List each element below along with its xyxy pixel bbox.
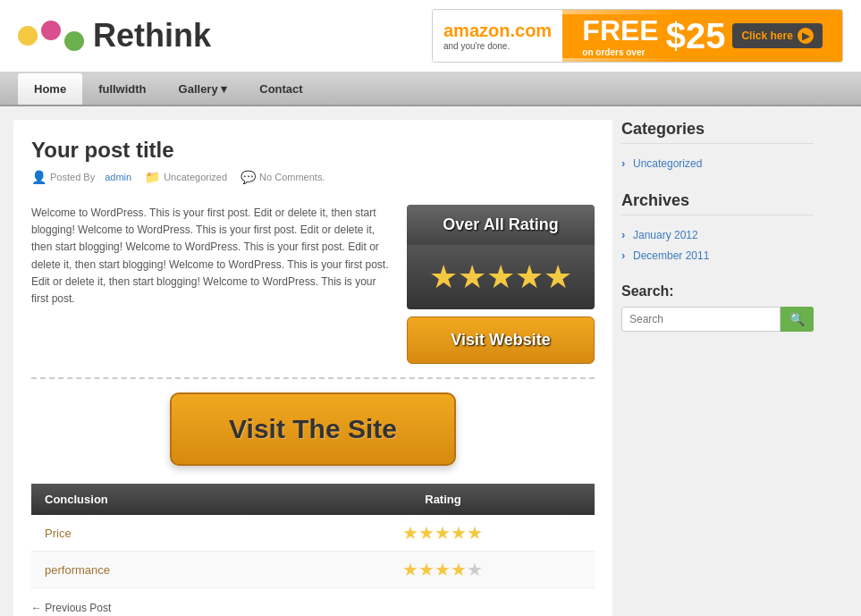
rating-col-header: Rating bbox=[291, 484, 595, 515]
circle-yellow-icon bbox=[18, 26, 38, 46]
amazon-orders-text: on orders over bbox=[582, 47, 658, 58]
dashed-separator bbox=[31, 377, 595, 379]
comments-label: No Comments. bbox=[259, 172, 325, 182]
nav-item-home[interactable]: Home bbox=[18, 73, 82, 105]
nav-link-gallery[interactable]: Gallery ▾ bbox=[163, 73, 244, 105]
nav: Home fullwidth Gallery ▾ Contact bbox=[0, 72, 861, 106]
meta-comments: 💬 No Comments. bbox=[241, 170, 325, 184]
conclusion-table: Conclusion Rating Price ★★★★★ performanc… bbox=[31, 484, 595, 588]
meta-category: 📁 Uncategorized bbox=[145, 170, 227, 184]
logo-text: Rethink bbox=[93, 17, 211, 55]
visit-site-button[interactable]: Visit The Site bbox=[170, 392, 456, 466]
rating-stars-area: ★★★★★ bbox=[407, 245, 595, 309]
archives-list: January 2012 December 2011 bbox=[621, 224, 814, 266]
performance-stars: ★★★★ bbox=[402, 560, 467, 579]
amazon-left: amazon.com and you're done. bbox=[433, 10, 562, 62]
content-area: Your post title 👤 Posted By admin 📁 Unca… bbox=[13, 120, 612, 616]
nav-link-contact[interactable]: Contact bbox=[243, 73, 318, 105]
category-label: Uncategorized bbox=[164, 172, 227, 182]
search-button[interactable]: 🔍 bbox=[781, 307, 814, 332]
list-item: December 2011 bbox=[621, 245, 814, 266]
table-row: performance ★★★★★ bbox=[31, 552, 595, 588]
list-item: Uncategorized bbox=[621, 153, 814, 173]
list-item: January 2012 bbox=[621, 224, 814, 245]
author-label: Posted By bbox=[50, 172, 95, 182]
conclusion-table-header-row: Conclusion Rating bbox=[31, 484, 595, 515]
performance-grey-star: ★ bbox=[467, 560, 483, 579]
category-link-uncategorized[interactable]: Uncategorized bbox=[633, 157, 702, 170]
prev-post: ← Previous Post bbox=[31, 602, 595, 614]
author-icon: 👤 bbox=[31, 170, 46, 184]
prev-post-link[interactable]: ← Previous Post bbox=[31, 602, 111, 614]
category-icon: 📁 bbox=[145, 170, 160, 184]
conclusion-stars-performance: ★★★★★ bbox=[291, 552, 595, 588]
amazon-arrow-icon: ▶ bbox=[798, 28, 814, 44]
sidebar-categories: Categories Uncategorized bbox=[621, 120, 814, 173]
sidebar-archives: Archives January 2012 December 2011 bbox=[621, 191, 814, 266]
main: Your post title 👤 Posted By admin 📁 Unca… bbox=[0, 106, 861, 616]
categories-list: Uncategorized bbox=[621, 153, 814, 173]
header: Rethink amazon.com and you're done. FREE… bbox=[0, 0, 861, 72]
logo-area: Rethink bbox=[18, 17, 211, 55]
circle-green-icon bbox=[64, 31, 84, 51]
logo-circles bbox=[18, 26, 84, 46]
price-stars: ★★★★★ bbox=[402, 523, 483, 543]
archive-link-jan2012[interactable]: January 2012 bbox=[633, 229, 698, 241]
search-label: Search: bbox=[621, 283, 814, 300]
rating-box: Over All Rating ★★★★★ Visit Website bbox=[407, 205, 595, 364]
circle-pink-icon bbox=[41, 21, 61, 40]
nav-item-fullwidth[interactable]: fullwidth bbox=[82, 73, 162, 105]
sidebar-search: Search: 🔍 bbox=[621, 283, 814, 332]
nav-link-fullwidth[interactable]: fullwidth bbox=[82, 73, 162, 105]
nav-item-contact[interactable]: Contact bbox=[243, 73, 318, 105]
search-input[interactable] bbox=[621, 307, 781, 332]
conclusion-label-performance: performance bbox=[31, 552, 291, 588]
overall-rating-stars: ★★★★★ bbox=[420, 258, 581, 296]
conclusion-stars-price: ★★★★★ bbox=[291, 515, 595, 552]
author-link[interactable]: admin bbox=[105, 172, 131, 182]
nav-list: Home fullwidth Gallery ▾ Contact bbox=[18, 73, 843, 105]
meta-author: 👤 Posted By admin bbox=[31, 170, 131, 184]
nav-link-home[interactable]: Home bbox=[18, 73, 82, 105]
archive-link-dec2011[interactable]: December 2011 bbox=[633, 249, 709, 262]
categories-title: Categories bbox=[621, 120, 814, 144]
amazon-tagline: and you're done. bbox=[443, 41, 552, 51]
comments-icon: 💬 bbox=[241, 170, 256, 184]
table-row: Price ★★★★★ bbox=[31, 515, 595, 552]
visit-website-button[interactable]: Visit Website bbox=[407, 316, 595, 364]
amazon-logo: amazon.com bbox=[443, 21, 552, 41]
nav-item-gallery[interactable]: Gallery ▾ bbox=[163, 73, 244, 105]
post-text: Welcome to WordPress. This is your first… bbox=[31, 205, 393, 364]
amazon-price-text: $25 bbox=[666, 16, 726, 56]
amazon-free-text: FREE on orders over bbox=[582, 14, 658, 58]
archives-title: Archives bbox=[621, 191, 814, 215]
conclusion-col-header: Conclusion bbox=[31, 484, 291, 515]
amazon-right: FREE on orders over $25 Click here ▶ bbox=[562, 14, 842, 58]
amazon-banner[interactable]: amazon.com and you're done. FREE on orde… bbox=[432, 9, 843, 63]
post-meta: 👤 Posted By admin 📁 Uncategorized 💬 No C… bbox=[31, 170, 595, 191]
amazon-click-button[interactable]: Click here ▶ bbox=[732, 23, 822, 48]
search-row: 🔍 bbox=[621, 307, 814, 332]
post-body: Welcome to WordPress. This is your first… bbox=[31, 205, 595, 364]
rating-header: Over All Rating bbox=[407, 205, 595, 245]
post-title: Your post title bbox=[31, 138, 595, 163]
conclusion-label-price: Price bbox=[31, 515, 291, 552]
sidebar: Categories Uncategorized Archives Januar… bbox=[612, 106, 827, 616]
